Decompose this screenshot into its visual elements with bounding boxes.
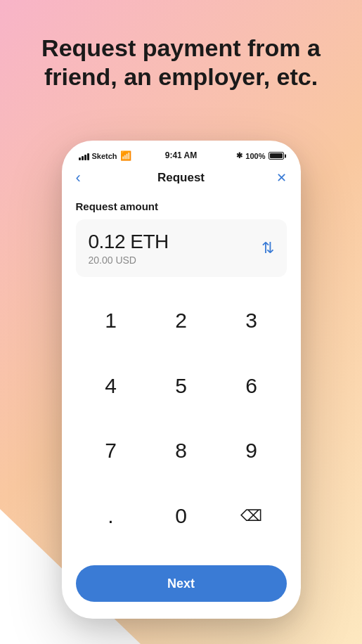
numpad-key-6[interactable]: 6 — [216, 363, 287, 408]
nav-bar: ‹ Request ✕ — [62, 165, 301, 193]
numpad-key-backspace[interactable]: ⌫ — [216, 494, 287, 539]
headline: Request payment from a friend, an employ… — [0, 34, 362, 91]
numpad-key-3[interactable]: 3 — [216, 298, 287, 343]
numpad-key-4[interactable]: 4 — [76, 363, 146, 408]
next-button-area: Next — [62, 558, 301, 619]
content-area: Request amount 0.12 ETH 20.00 USD ⇅ 1 2 … — [62, 193, 301, 558]
numpad-key-7[interactable]: 7 — [76, 428, 146, 473]
close-button[interactable]: ✕ — [276, 170, 287, 186]
numpad-key-1[interactable]: 1 — [76, 298, 146, 343]
numpad-key-dot[interactable]: . — [76, 494, 146, 539]
amount-secondary: 20.00 USD — [89, 255, 169, 266]
carrier-name: Sketch — [92, 152, 117, 160]
signal-bar-4 — [87, 153, 89, 160]
numpad-key-9[interactable]: 9 — [216, 428, 287, 473]
numpad-key-2[interactable]: 2 — [146, 298, 216, 343]
status-left: Sketch 📶 — [79, 150, 131, 161]
signal-bars-icon — [79, 152, 89, 160]
request-amount-label: Request amount — [76, 200, 287, 212]
amount-values: 0.12 ETH 20.00 USD — [89, 231, 169, 266]
background: Request payment from a friend, an employ… — [0, 0, 362, 644]
battery-fill — [270, 153, 283, 158]
signal-bar-1 — [79, 157, 81, 160]
amount-box: 0.12 ETH 20.00 USD ⇅ — [76, 219, 287, 277]
phone-wrapper: Sketch 📶 9:41 AM ✱ 100% ‹ Request ✕ — [62, 141, 301, 619]
battery-percentage: 100% — [245, 152, 265, 160]
swap-currency-button[interactable]: ⇅ — [261, 239, 274, 257]
back-button[interactable]: ‹ — [76, 169, 81, 187]
signal-bar-2 — [82, 156, 84, 160]
nav-title: Request — [157, 171, 205, 185]
next-button[interactable]: Next — [76, 565, 287, 602]
numpad-key-8[interactable]: 8 — [146, 428, 216, 473]
status-right: ✱ 100% — [236, 151, 283, 160]
signal-bar-3 — [84, 155, 86, 160]
numpad-key-0[interactable]: 0 — [146, 494, 216, 539]
status-time: 9:41 AM — [165, 150, 198, 160]
amount-primary: 0.12 ETH — [89, 231, 169, 253]
battery-icon — [269, 152, 284, 160]
phone: Sketch 📶 9:41 AM ✱ 100% ‹ Request ✕ — [62, 141, 301, 619]
numpad: 1 2 3 4 5 6 7 8 9 . 0 ⌫ — [76, 298, 287, 558]
numpad-key-5[interactable]: 5 — [146, 363, 216, 408]
status-bar: Sketch 📶 9:41 AM ✱ 100% — [62, 141, 301, 165]
wifi-icon: 📶 — [120, 150, 131, 161]
bluetooth-icon: ✱ — [236, 151, 243, 160]
